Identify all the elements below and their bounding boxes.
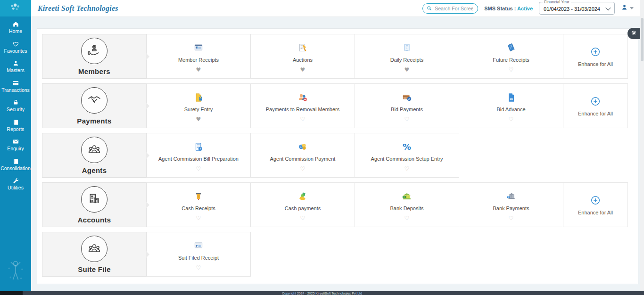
screen-item-cash-payments[interactable]: Cash payments♡ bbox=[250, 182, 355, 227]
category-arrow-icon bbox=[146, 251, 149, 258]
favourite-heart-icon[interactable]: ♡ bbox=[405, 215, 410, 221]
sidebar-item-label: Favourites bbox=[4, 49, 27, 54]
favourite-heart-icon[interactable]: ♡ bbox=[300, 166, 305, 172]
svg-text:₹: ₹ bbox=[196, 244, 198, 248]
cash-hand-icon bbox=[297, 191, 308, 202]
screen-item-label: Member Receipts bbox=[176, 57, 221, 63]
screen-item-label: Surety Entry bbox=[182, 107, 215, 112]
scrollbar-thumb[interactable] bbox=[641, 18, 644, 61]
receipt-rupee-icon: ₹ bbox=[193, 240, 204, 252]
search-input[interactable] bbox=[434, 5, 474, 12]
screen-item-surety-entry[interactable]: Surety Entry♥ bbox=[146, 83, 251, 128]
screen-item-daily-receipts[interactable]: Daily Receipts♥ bbox=[355, 34, 459, 79]
favourite-heart-icon[interactable]: ♡ bbox=[405, 116, 410, 122]
screen-item-agent-commission-bill-preparation[interactable]: Agent Commission Bill Preparation♡ bbox=[146, 133, 251, 178]
financial-year-select[interactable]: Financial Year 01/04/2023 - 31/03/2024 bbox=[539, 2, 615, 15]
favourite-heart-icon[interactable]: ♡ bbox=[300, 116, 305, 122]
main-area: Members₹Member Receipts♥Auctions♥Daily R… bbox=[31, 17, 644, 291]
screen-search[interactable] bbox=[422, 3, 478, 14]
screen-item-member-receipts[interactable]: ₹Member Receipts♥ bbox=[146, 34, 251, 79]
screen-item-label: Future Receipts bbox=[491, 57, 531, 63]
category-row-suite-file: Suite File₹Suit Filed Receipt♡ bbox=[42, 232, 638, 277]
top-header: Kireeti Soft Technologies SMS Status : A… bbox=[31, 0, 644, 17]
sidebar-item-reports[interactable]: Reports bbox=[0, 116, 31, 136]
sidebar-item-transactions[interactable]: Transactions bbox=[0, 77, 31, 97]
sidebar-item-label: Enquiry bbox=[7, 146, 24, 152]
sidebar-item-security[interactable]: Security bbox=[0, 96, 31, 116]
enhance-for-all-button[interactable]: Enhance for All bbox=[563, 182, 628, 227]
app-logo[interactable] bbox=[0, 0, 31, 16]
user-menu[interactable] bbox=[621, 4, 634, 13]
screen-item-bid-advance[interactable]: Bid Advance♡ bbox=[459, 83, 563, 128]
favourite-heart-icon[interactable]: ♥ bbox=[196, 116, 201, 122]
percent-icon: % bbox=[401, 141, 413, 153]
enhance-for-all-button[interactable]: Enhance for All bbox=[563, 34, 628, 79]
auction-gavel-icon bbox=[297, 42, 308, 54]
category-cell-suite-file[interactable]: Suite File bbox=[42, 232, 147, 277]
category-arrow-icon bbox=[146, 202, 149, 208]
book-icon bbox=[12, 158, 19, 165]
screen-item-label: Agent Commission Bill Preparation bbox=[157, 156, 240, 162]
favourite-heart-icon[interactable]: ♡ bbox=[196, 166, 201, 172]
vertical-scrollbar[interactable] bbox=[640, 0, 644, 291]
category-cell-payments[interactable]: Payments bbox=[42, 83, 147, 128]
enhance-plus-icon bbox=[590, 96, 601, 107]
favourite-heart-icon[interactable]: ♡ bbox=[509, 116, 514, 122]
screen-item-cash-receipts[interactable]: Cash Receipts♡ bbox=[146, 182, 251, 227]
sidebar-item-enquiry[interactable]: Enquiry bbox=[0, 135, 31, 155]
sidebar-item-favourites[interactable]: Favourites bbox=[0, 38, 31, 57]
category-cell-accounts[interactable]: Accounts bbox=[42, 182, 147, 227]
favourite-heart-icon[interactable]: ♡ bbox=[300, 215, 305, 221]
category-circle bbox=[81, 137, 107, 163]
screen-item-bank-payments[interactable]: Bank Payments♡ bbox=[459, 182, 563, 227]
heart-icon bbox=[12, 41, 19, 48]
coins-in-hand-icon bbox=[87, 43, 102, 58]
favourite-heart-icon[interactable]: ♥ bbox=[196, 67, 201, 73]
copyright-text: Copyright 2024 - 2025 KireetiSoft Techno… bbox=[282, 291, 362, 295]
category-name: Members bbox=[78, 67, 110, 75]
category-name: Payments bbox=[77, 117, 111, 125]
enhance-for-all-label: Enhance for All bbox=[578, 210, 613, 215]
sidebar-item-label: Reports bbox=[7, 127, 25, 132]
svg-text:₹: ₹ bbox=[196, 46, 198, 50]
settings-toggle-button[interactable] bbox=[627, 28, 640, 39]
screen-item-label: Auctions bbox=[291, 57, 314, 63]
screen-item-bid-payments[interactable]: Bid Payments♡ bbox=[355, 83, 459, 128]
screen-item-agent-commission-payment[interactable]: Agent Commission Payment♡ bbox=[250, 133, 355, 178]
receipt-outline-icon bbox=[401, 42, 413, 54]
favourite-heart-icon[interactable]: ♡ bbox=[196, 215, 201, 221]
sidebar-item-label: Security bbox=[7, 107, 25, 113]
screen-item-suit-filed-receipt[interactable]: ₹Suit Filed Receipt♡ bbox=[146, 232, 251, 277]
favourite-heart-icon[interactable]: ♡ bbox=[405, 166, 410, 172]
favourite-heart-icon[interactable]: ♡ bbox=[509, 215, 514, 221]
brand-title: Kireeti Soft Technologies bbox=[38, 4, 118, 13]
category-cell-members[interactable]: Members bbox=[42, 34, 147, 79]
category-name: Accounts bbox=[78, 216, 111, 224]
financial-year-label: Financial Year bbox=[543, 0, 570, 4]
sidebar-item-masters[interactable]: Masters bbox=[0, 57, 31, 77]
favourite-heart-icon[interactable]: ♡ bbox=[509, 67, 514, 73]
enhance-for-all-label: Enhance for All bbox=[578, 111, 613, 116]
enhance-plus-icon bbox=[590, 195, 601, 206]
screen-item-payments-to-removal-members[interactable]: Payments to Removal Members♡ bbox=[250, 83, 355, 128]
sidebar-item-consolidation[interactable]: Consolidation bbox=[0, 155, 31, 175]
people-group-icon bbox=[87, 142, 102, 157]
enhance-for-all-button[interactable]: Enhance for All bbox=[563, 83, 628, 128]
bank-gray-icon bbox=[505, 191, 517, 202]
sidebar-item-home[interactable]: Home bbox=[0, 18, 31, 38]
favourite-heart-icon[interactable]: ♥ bbox=[405, 67, 410, 73]
card-icon bbox=[12, 80, 19, 87]
file-lock-icon bbox=[193, 92, 204, 103]
screen-item-agent-commission-setup-entry[interactable]: %Agent Commission Setup Entry♡ bbox=[355, 133, 459, 178]
financial-year-value: 01/04/2023 - 31/03/2024 bbox=[544, 6, 600, 12]
handshake-icon bbox=[87, 93, 102, 108]
sidebar-item-utilities[interactable]: Utilities bbox=[0, 174, 31, 194]
category-cell-agents[interactable]: Agents bbox=[42, 133, 147, 178]
screen-item-bank-deposits[interactable]: Bank Deposits♡ bbox=[355, 182, 459, 227]
screen-item-auctions[interactable]: Auctions♥ bbox=[250, 34, 355, 79]
mail-icon bbox=[12, 138, 19, 145]
favourite-heart-icon[interactable]: ♡ bbox=[196, 265, 201, 270]
enhance-for-all-label: Enhance for All bbox=[578, 61, 613, 67]
screen-item-future-receipts[interactable]: Future Receipts♡ bbox=[459, 34, 563, 79]
favourite-heart-icon[interactable]: ♥ bbox=[300, 67, 305, 73]
